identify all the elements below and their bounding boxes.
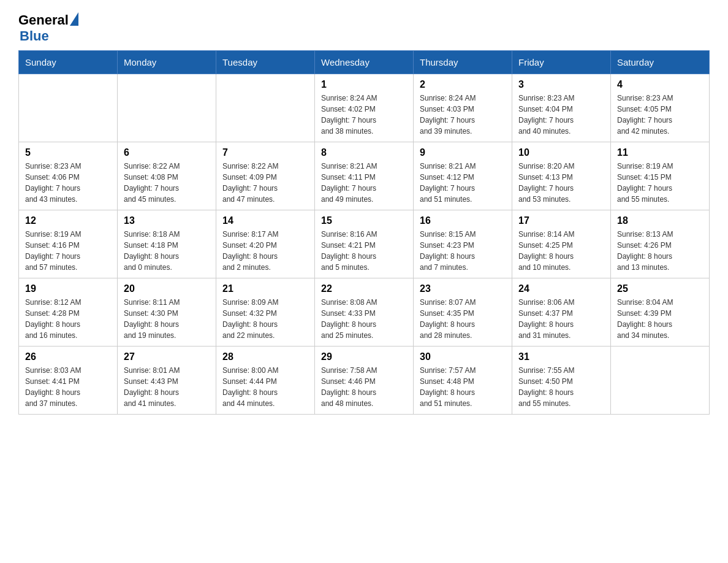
day-info: Sunrise: 8:15 AM Sunset: 4:23 PM Dayligh… (420, 229, 506, 273)
calendar-day-cell: 11Sunrise: 8:19 AM Sunset: 4:15 PM Dayli… (611, 142, 710, 210)
day-number: 12 (25, 215, 111, 226)
day-info: Sunrise: 8:00 AM Sunset: 4:44 PM Dayligh… (222, 365, 308, 409)
day-info: Sunrise: 7:55 AM Sunset: 4:50 PM Dayligh… (518, 365, 604, 409)
day-number: 24 (518, 283, 604, 294)
week-row: 5Sunrise: 8:23 AM Sunset: 4:06 PM Daylig… (19, 142, 710, 210)
day-number: 30 (420, 351, 506, 362)
day-of-week-header: Tuesday (216, 51, 315, 74)
calendar-day-cell: 19Sunrise: 8:12 AM Sunset: 4:28 PM Dayli… (19, 278, 118, 347)
calendar-day-cell: 7Sunrise: 8:22 AM Sunset: 4:09 PM Daylig… (216, 142, 315, 210)
calendar-day-cell: 2Sunrise: 8:24 AM Sunset: 4:03 PM Daylig… (414, 74, 512, 142)
day-info: Sunrise: 8:18 AM Sunset: 4:18 PM Dayligh… (124, 229, 210, 273)
day-number: 10 (518, 147, 604, 158)
day-info: Sunrise: 8:17 AM Sunset: 4:20 PM Dayligh… (222, 229, 308, 273)
empty-cell (216, 74, 315, 142)
calendar-day-cell: 24Sunrise: 8:06 AM Sunset: 4:37 PM Dayli… (512, 278, 611, 347)
day-number: 22 (321, 283, 407, 294)
day-info: Sunrise: 8:03 AM Sunset: 4:41 PM Dayligh… (25, 365, 111, 409)
calendar-day-cell: 26Sunrise: 8:03 AM Sunset: 4:41 PM Dayli… (19, 347, 118, 415)
calendar-day-cell: 3Sunrise: 8:23 AM Sunset: 4:04 PM Daylig… (512, 74, 611, 142)
calendar-day-cell: 5Sunrise: 8:23 AM Sunset: 4:06 PM Daylig… (19, 142, 118, 210)
logo-blue-text: Blue (18, 28, 49, 44)
day-info: Sunrise: 8:19 AM Sunset: 4:15 PM Dayligh… (617, 161, 703, 205)
day-info: Sunrise: 8:04 AM Sunset: 4:39 PM Dayligh… (617, 297, 703, 341)
day-info: Sunrise: 7:57 AM Sunset: 4:48 PM Dayligh… (420, 365, 506, 409)
calendar-body: 1Sunrise: 8:24 AM Sunset: 4:02 PM Daylig… (19, 74, 710, 415)
day-number: 25 (617, 283, 703, 294)
day-of-week-header: Monday (118, 51, 216, 74)
day-of-week-header: Friday (512, 51, 611, 74)
day-info: Sunrise: 8:22 AM Sunset: 4:08 PM Dayligh… (124, 161, 210, 205)
calendar-day-cell: 29Sunrise: 7:58 AM Sunset: 4:46 PM Dayli… (315, 347, 414, 415)
week-row: 26Sunrise: 8:03 AM Sunset: 4:41 PM Dayli… (19, 347, 710, 415)
day-number: 15 (321, 215, 407, 226)
calendar-day-cell: 15Sunrise: 8:16 AM Sunset: 4:21 PM Dayli… (315, 210, 414, 278)
calendar-day-cell: 23Sunrise: 8:07 AM Sunset: 4:35 PM Dayli… (414, 278, 512, 347)
day-number: 21 (222, 283, 308, 294)
day-number: 17 (518, 215, 604, 226)
day-info: Sunrise: 8:19 AM Sunset: 4:16 PM Dayligh… (25, 229, 111, 273)
calendar-day-cell: 30Sunrise: 7:57 AM Sunset: 4:48 PM Dayli… (414, 347, 512, 415)
days-of-week-row: SundayMondayTuesdayWednesdayThursdayFrid… (19, 51, 710, 74)
logo-general-text: General (18, 12, 69, 28)
day-info: Sunrise: 8:11 AM Sunset: 4:30 PM Dayligh… (124, 297, 210, 341)
day-number: 3 (518, 79, 604, 90)
calendar-day-cell: 17Sunrise: 8:14 AM Sunset: 4:25 PM Dayli… (512, 210, 611, 278)
day-info: Sunrise: 8:21 AM Sunset: 4:12 PM Dayligh… (420, 161, 506, 205)
day-info: Sunrise: 8:06 AM Sunset: 4:37 PM Dayligh… (518, 297, 604, 341)
calendar-day-cell: 6Sunrise: 8:22 AM Sunset: 4:08 PM Daylig… (118, 142, 216, 210)
day-number: 19 (25, 283, 111, 294)
calendar-table: SundayMondayTuesdayWednesdayThursdayFrid… (18, 50, 710, 415)
day-of-week-header: Wednesday (315, 51, 414, 74)
day-number: 7 (222, 147, 308, 158)
day-info: Sunrise: 8:24 AM Sunset: 4:03 PM Dayligh… (420, 93, 506, 137)
day-number: 31 (518, 351, 604, 362)
calendar-day-cell: 22Sunrise: 8:08 AM Sunset: 4:33 PM Dayli… (315, 278, 414, 347)
day-info: Sunrise: 8:21 AM Sunset: 4:11 PM Dayligh… (321, 161, 407, 205)
day-info: Sunrise: 8:12 AM Sunset: 4:28 PM Dayligh… (25, 297, 111, 341)
day-info: Sunrise: 8:23 AM Sunset: 4:06 PM Dayligh… (25, 161, 111, 205)
day-info: Sunrise: 8:07 AM Sunset: 4:35 PM Dayligh… (420, 297, 506, 341)
calendar-day-cell: 28Sunrise: 8:00 AM Sunset: 4:44 PM Dayli… (216, 347, 315, 415)
logo-triangle-icon (70, 12, 78, 26)
day-number: 23 (420, 283, 506, 294)
calendar-day-cell: 13Sunrise: 8:18 AM Sunset: 4:18 PM Dayli… (118, 210, 216, 278)
day-info: Sunrise: 8:23 AM Sunset: 4:05 PM Dayligh… (617, 93, 703, 137)
calendar-day-cell: 27Sunrise: 8:01 AM Sunset: 4:43 PM Dayli… (118, 347, 216, 415)
day-number: 13 (124, 215, 210, 226)
day-number: 4 (617, 79, 703, 90)
empty-cell (19, 74, 118, 142)
empty-cell (118, 74, 216, 142)
day-info: Sunrise: 8:13 AM Sunset: 4:26 PM Dayligh… (617, 229, 703, 273)
day-number: 5 (25, 147, 111, 158)
day-number: 27 (124, 351, 210, 362)
day-number: 29 (321, 351, 407, 362)
day-info: Sunrise: 8:09 AM Sunset: 4:32 PM Dayligh… (222, 297, 308, 341)
calendar-day-cell: 1Sunrise: 8:24 AM Sunset: 4:02 PM Daylig… (315, 74, 414, 142)
day-of-week-header: Sunday (19, 51, 118, 74)
day-info: Sunrise: 8:01 AM Sunset: 4:43 PM Dayligh… (124, 365, 210, 409)
day-number: 8 (321, 147, 407, 158)
day-of-week-header: Thursday (414, 51, 512, 74)
empty-cell (611, 347, 710, 415)
day-number: 28 (222, 351, 308, 362)
day-number: 1 (321, 79, 407, 90)
day-info: Sunrise: 8:22 AM Sunset: 4:09 PM Dayligh… (222, 161, 308, 205)
calendar-day-cell: 10Sunrise: 8:20 AM Sunset: 4:13 PM Dayli… (512, 142, 611, 210)
week-row: 19Sunrise: 8:12 AM Sunset: 4:28 PM Dayli… (19, 278, 710, 347)
day-number: 9 (420, 147, 506, 158)
calendar-day-cell: 20Sunrise: 8:11 AM Sunset: 4:30 PM Dayli… (118, 278, 216, 347)
day-number: 26 (25, 351, 111, 362)
calendar-day-cell: 14Sunrise: 8:17 AM Sunset: 4:20 PM Dayli… (216, 210, 315, 278)
day-number: 18 (617, 215, 703, 226)
day-info: Sunrise: 8:16 AM Sunset: 4:21 PM Dayligh… (321, 229, 407, 273)
page-header: General Blue (18, 12, 710, 44)
day-info: Sunrise: 8:20 AM Sunset: 4:13 PM Dayligh… (518, 161, 604, 205)
day-info: Sunrise: 7:58 AM Sunset: 4:46 PM Dayligh… (321, 365, 407, 409)
logo: General Blue (18, 12, 78, 44)
calendar-day-cell: 16Sunrise: 8:15 AM Sunset: 4:23 PM Dayli… (414, 210, 512, 278)
day-number: 6 (124, 147, 210, 158)
calendar-day-cell: 21Sunrise: 8:09 AM Sunset: 4:32 PM Dayli… (216, 278, 315, 347)
calendar-header: SundayMondayTuesdayWednesdayThursdayFrid… (19, 51, 710, 74)
calendar-day-cell: 12Sunrise: 8:19 AM Sunset: 4:16 PM Dayli… (19, 210, 118, 278)
